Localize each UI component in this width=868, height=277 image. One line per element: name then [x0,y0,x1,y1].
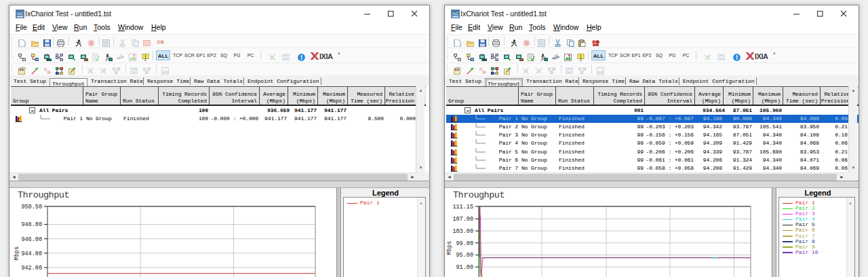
svg-text:944.00: 944.00 [21,251,42,257]
svg-text:Mbps: Mbps [14,246,20,260]
svg-text:950.50: 950.50 [21,204,42,210]
svg-text:IXIA: IXIA [319,52,333,60]
svg-text:IxC: IxC [17,12,24,16]
svg-text:942.00: 942.00 [21,265,42,272]
svg-text:103.00: 103.00 [452,228,473,235]
svg-text:95.00: 95.00 [456,252,473,259]
svg-text:2: 2 [580,58,582,61]
svg-text:Mbps: Mbps [446,241,453,255]
svg-text:IxC: IxC [452,12,459,16]
svg-text:91.00: 91.00 [456,264,473,271]
svg-text:111.15: 111.15 [452,204,473,210]
svg-text:946.00: 946.00 [21,236,42,243]
svg-text:IXIA: IXIA [755,52,768,60]
svg-text:948.00: 948.00 [21,221,42,228]
svg-text:107.00: 107.00 [452,216,473,223]
svg-text:2: 2 [144,58,146,61]
svg-text:99.00: 99.00 [456,240,473,247]
